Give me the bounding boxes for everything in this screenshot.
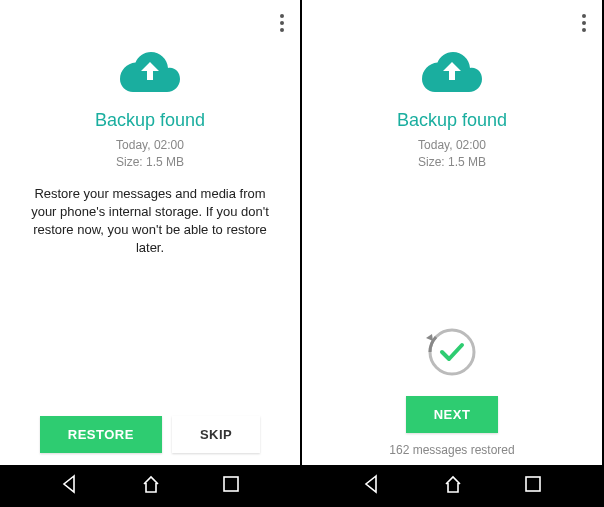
backup-time: Today, 02:00 [418, 137, 486, 154]
skip-button[interactable]: SKIP [172, 416, 260, 453]
overflow-menu-button[interactable] [276, 10, 288, 36]
title: Backup found [95, 110, 205, 131]
nav-back-button[interactable] [60, 474, 80, 498]
svg-rect-0 [224, 477, 238, 491]
nav-home-button[interactable] [443, 474, 463, 498]
phone-screen-restore-complete: Backup found Today, 02:00 Size: 1.5 MB N… [302, 0, 604, 507]
backup-meta: Today, 02:00 Size: 1.5 MB [418, 137, 486, 171]
success-checkmark-icon [424, 324, 480, 384]
next-button[interactable]: NEXT [406, 396, 499, 433]
backup-size: Size: 1.5 MB [116, 154, 184, 171]
overflow-menu-button[interactable] [578, 10, 590, 36]
nav-home-button[interactable] [141, 474, 161, 498]
cloud-upload-icon [422, 50, 482, 96]
content-area: Backup found Today, 02:00 Size: 1.5 MB R… [0, 0, 300, 465]
content-area: Backup found Today, 02:00 Size: 1.5 MB N… [302, 0, 602, 465]
description: Restore your messages and media from you… [20, 185, 280, 258]
svg-rect-2 [526, 477, 540, 491]
nav-back-button[interactable] [362, 474, 382, 498]
nav-recent-button[interactable] [222, 475, 240, 497]
status-text: 162 messages restored [389, 443, 514, 457]
button-row: RESTORE SKIP [0, 416, 300, 453]
android-navbar [0, 465, 300, 507]
title: Backup found [397, 110, 507, 131]
cloud-upload-icon [120, 50, 180, 96]
backup-meta: Today, 02:00 Size: 1.5 MB [116, 137, 184, 171]
nav-recent-button[interactable] [524, 475, 542, 497]
svg-point-1 [430, 330, 474, 374]
android-navbar [302, 465, 602, 507]
backup-time: Today, 02:00 [116, 137, 184, 154]
bottom-section: NEXT 162 messages restored [302, 324, 602, 457]
phone-screen-restore-prompt: Backup found Today, 02:00 Size: 1.5 MB R… [0, 0, 302, 507]
restore-button[interactable]: RESTORE [40, 416, 162, 453]
backup-size: Size: 1.5 MB [418, 154, 486, 171]
